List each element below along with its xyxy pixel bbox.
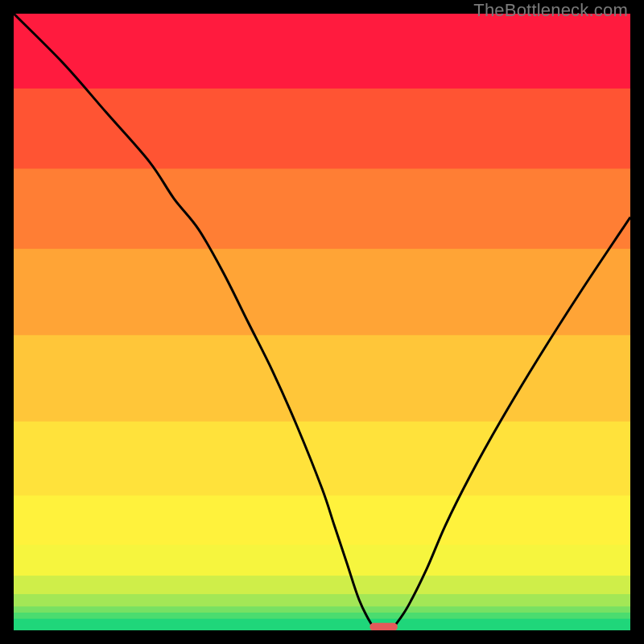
svg-rect-1 <box>14 612 630 619</box>
svg-rect-9 <box>14 248 630 335</box>
svg-rect-4 <box>14 575 630 594</box>
svg-rect-5 <box>14 544 630 576</box>
svg-rect-3 <box>14 593 630 606</box>
chart-frame <box>14 14 630 630</box>
optimal-marker <box>369 623 397 630</box>
bottleneck-chart <box>14 14 630 630</box>
watermark-text: TheBottleneck.com <box>473 0 628 21</box>
svg-rect-7 <box>14 421 630 496</box>
svg-rect-6 <box>14 494 630 544</box>
svg-rect-11 <box>14 88 630 169</box>
svg-rect-8 <box>14 334 630 421</box>
svg-rect-2 <box>14 605 630 613</box>
svg-rect-12 <box>14 14 630 89</box>
svg-rect-10 <box>14 168 630 250</box>
svg-rect-0 <box>14 618 630 630</box>
